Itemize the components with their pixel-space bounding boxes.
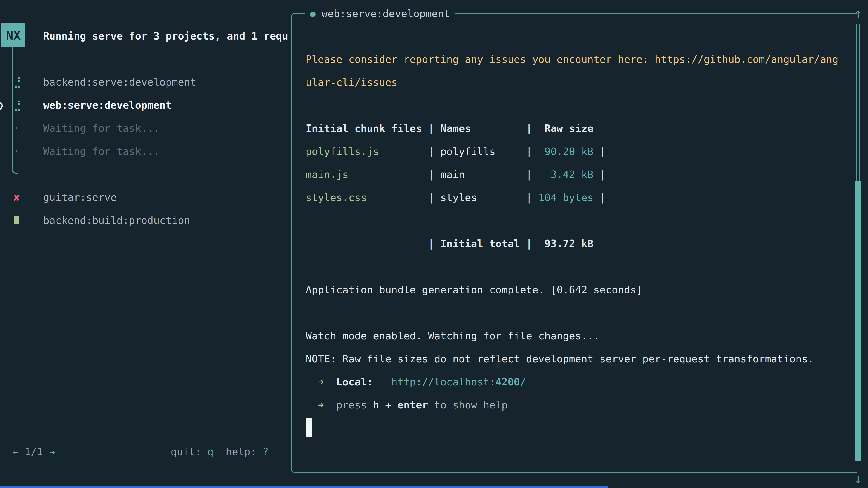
notice-line: ular-cli/issues — [306, 71, 844, 94]
table-row: styles.css| styles| 104 bytes | — [306, 186, 844, 209]
spinner-icon: ⣘ — [13, 99, 43, 111]
chunk-size: 3.42 kB — [538, 168, 594, 181]
sidebar-footer: ← 1/1 → quit: q help: ? — [12, 440, 270, 463]
blank-line — [306, 94, 844, 117]
column-separator: | — [428, 145, 440, 158]
chunk-size: 90.20 kB — [538, 145, 594, 158]
task-label: backend:serve:development — [43, 76, 196, 88]
chunk-name: polyfills — [440, 145, 526, 158]
panel-title-text: web:serve:development — [321, 8, 450, 20]
scroll-down-icon[interactable]: ↓ — [851, 469, 865, 488]
terminal-output: Please consider reporting any issues you… — [306, 48, 844, 440]
help-hint-label: help: — [214, 446, 263, 458]
page-prev-arrow[interactable]: ← — [12, 446, 19, 458]
column-separator: | — [526, 238, 538, 250]
col-header-names: Names — [440, 123, 526, 134]
chunk-name: main — [440, 168, 526, 181]
help-keys: h + enter — [373, 399, 428, 411]
waiting-dot-icon: · — [13, 145, 43, 157]
help-suffix: to show help — [428, 399, 508, 411]
help-hint-line: ➜press h + enter to show help — [306, 393, 844, 416]
url-port: 4200 — [495, 376, 520, 388]
watch-mode-line: Watch mode enabled. Watching for file ch… — [306, 324, 844, 347]
page-next-arrow[interactable]: → — [49, 446, 55, 458]
sidebar-task-waiting-2[interactable]: · Waiting for task... — [13, 140, 160, 163]
chunk-size: 104 bytes — [538, 192, 594, 203]
task-label: web:serve:development — [43, 99, 172, 111]
quit-hint-key: q — [208, 446, 214, 458]
task-label: Waiting for task... — [43, 145, 160, 157]
arrow-icon: ➜ — [318, 376, 324, 388]
selected-chevron-icon: ❯ — [0, 94, 4, 117]
local-url-line: ➜Local:http://localhost:4200/ — [306, 370, 844, 393]
sidebar-task-guitar-serve[interactable]: ✘ guitar:serve — [13, 186, 117, 209]
task-label: backend:build:production — [43, 215, 190, 226]
page-indicator: 1/1 — [25, 446, 43, 458]
chunk-name: styles — [440, 192, 526, 203]
task-label: guitar:serve — [43, 191, 117, 203]
column-separator: | — [428, 168, 440, 181]
url-slash: / — [520, 376, 526, 388]
running-dot-icon: ● — [310, 8, 315, 19]
local-label: Local: — [336, 376, 373, 388]
chunk-file: polyfills.js — [306, 145, 428, 158]
total-size: 93.72 kB — [538, 238, 594, 250]
column-separator: | — [526, 168, 538, 181]
terminal-cursor — [306, 418, 312, 437]
scroll-up-icon[interactable]: ↑ — [851, 4, 865, 22]
page-indicator — [19, 446, 25, 458]
bundle-complete-line: Application bundle generation complete. … — [306, 278, 844, 301]
help-hint-key: ? — [262, 446, 269, 458]
error-cross-icon: ✘ — [13, 191, 43, 203]
note-line: NOTE: Raw file sizes do not reflect deve… — [306, 347, 844, 370]
spinner-icon: ⣘ — [13, 76, 43, 88]
arrow-icon: ➜ — [318, 399, 324, 411]
chunk-file: main.js — [306, 168, 428, 181]
col-header-files: Initial chunk files — [306, 123, 428, 134]
nx-logo: NX — [1, 24, 25, 47]
bottom-blue-bar — [0, 486, 608, 488]
column-separator: | — [593, 192, 606, 203]
quit-hint-label: quit: — [170, 446, 208, 458]
table-total-row: | Initial total| 93.72 kB — [306, 232, 844, 255]
help-prefix: press — [336, 399, 373, 411]
blank-line — [306, 301, 844, 324]
cursor-line — [306, 416, 844, 440]
sidebar-task-backend-serve[interactable]: ⣘ backend:serve:development — [13, 70, 196, 94]
column-separator: | — [593, 145, 606, 158]
sidebar-task-backend-build[interactable]: backend:build:production — [13, 209, 190, 232]
sidebar-task-web-serve[interactable]: ⣘ web:serve:development — [13, 94, 172, 117]
column-separator: | — [526, 123, 538, 134]
col-header-raw-size: Raw size — [538, 123, 594, 134]
task-label: Waiting for task... — [43, 122, 160, 134]
column-separator: | — [428, 123, 440, 134]
table-header: Initial chunk files | Names| Raw size — [306, 117, 844, 140]
url-prefix: http://localhost: — [391, 376, 495, 388]
scrollbar-thumb[interactable] — [855, 181, 861, 461]
chunk-file: styles.css — [306, 192, 428, 203]
table-row: main.js| main| 3.42 kB | — [306, 163, 844, 186]
blank-line — [306, 255, 844, 278]
keyboard-hints: quit: q help: ? — [170, 446, 269, 458]
page-title: Running serve for 3 projects, and 1 requ — [43, 24, 288, 47]
success-square-icon — [13, 217, 43, 224]
waiting-dot-icon: · — [13, 122, 43, 134]
column-separator: | — [526, 145, 538, 158]
panel-title: ● web:serve:development — [305, 2, 456, 25]
sidebar-task-waiting-1[interactable]: · Waiting for task... — [13, 117, 160, 140]
column-separator: | — [526, 192, 538, 203]
total-label: Initial total — [440, 238, 526, 250]
table-row: polyfills.js| polyfills| 90.20 kB | — [306, 140, 844, 163]
blank-line — [306, 209, 844, 232]
page-indicator — [43, 446, 49, 458]
column-separator: | — [428, 192, 440, 203]
localhost-link[interactable]: http://localhost:4200/ — [391, 376, 526, 388]
column-separator: | — [593, 168, 606, 181]
notice-line: Please consider reporting any issues you… — [306, 48, 844, 71]
column-separator: | — [428, 238, 440, 250]
